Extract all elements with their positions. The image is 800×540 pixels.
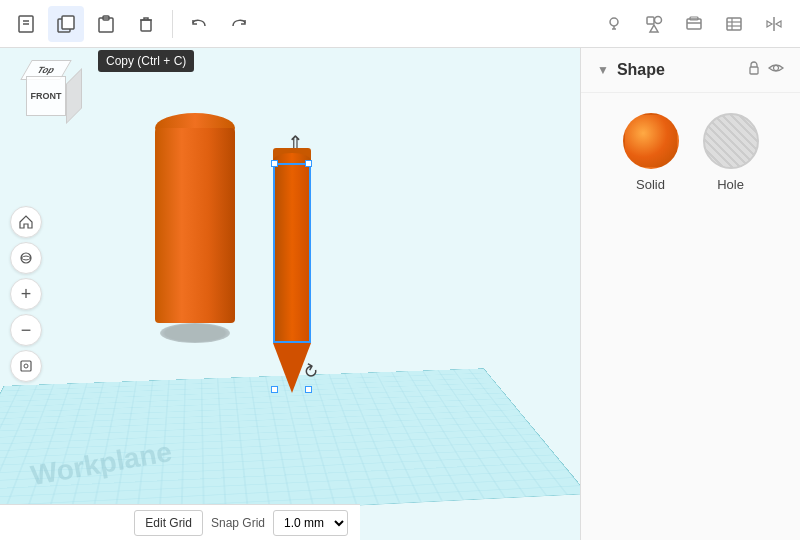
- orbit-button[interactable]: [10, 242, 42, 274]
- separator: [172, 10, 173, 38]
- svg-rect-81: [750, 67, 758, 74]
- redo-button[interactable]: [221, 6, 257, 42]
- viewport[interactable]: ⇑ ↻ Top FRONT: [0, 48, 580, 540]
- right-panel: ▼ Shape Solid Hole: [580, 48, 800, 540]
- top-right-icons: [596, 6, 792, 42]
- svg-point-80: [24, 364, 28, 368]
- svg-rect-7: [141, 20, 151, 31]
- svg-marker-23: [776, 21, 781, 27]
- 3d-objects-layer: ⇑ ↻: [0, 48, 580, 540]
- edit-grid-button[interactable]: Edit Grid: [134, 510, 203, 536]
- delete-button[interactable]: [128, 6, 164, 42]
- list-icon-btn[interactable]: [716, 6, 752, 42]
- selection-handle-tr[interactable]: [305, 160, 312, 167]
- svg-rect-79: [21, 361, 31, 371]
- cylinder-shadow: [160, 323, 230, 343]
- svg-point-12: [655, 16, 662, 23]
- symmetry-icon-btn[interactable]: [756, 6, 792, 42]
- selection-handle-tl[interactable]: [271, 160, 278, 167]
- copy-button[interactable]: [48, 6, 84, 42]
- view-cube-front[interactable]: FRONT: [26, 76, 66, 116]
- main-area: ⇑ ↻ Top FRONT: [0, 48, 800, 540]
- hole-label: Hole: [717, 177, 744, 192]
- svg-point-8: [610, 18, 618, 26]
- shape-header: ▼ Shape: [581, 48, 800, 93]
- collapse-arrow-icon[interactable]: ▼: [597, 63, 609, 77]
- paste-button[interactable]: [88, 6, 124, 42]
- svg-marker-22: [767, 21, 772, 27]
- visibility-button[interactable]: [768, 60, 784, 80]
- selection-handle-br[interactable]: [305, 386, 312, 393]
- svg-rect-17: [727, 18, 741, 30]
- undo-button[interactable]: [181, 6, 217, 42]
- view-cube[interactable]: Top FRONT: [16, 60, 76, 120]
- new-button[interactable]: [8, 6, 44, 42]
- zoom-in-button[interactable]: +: [10, 278, 42, 310]
- toolbar: Copy (Ctrl + C): [0, 0, 800, 48]
- shape-panel-title: Shape: [617, 61, 738, 79]
- minus-icon: −: [21, 321, 32, 339]
- pencil-body: [273, 163, 311, 343]
- fit-button[interactable]: [10, 350, 42, 382]
- stack-icon-btn[interactable]: [676, 6, 712, 42]
- cylinder-body: [155, 128, 235, 323]
- snap-grid-select[interactable]: 1.0 mm 0.5 mm 2.0 mm: [273, 510, 348, 536]
- svg-rect-4: [62, 16, 74, 29]
- snap-grid-label: Snap Grid: [211, 516, 265, 530]
- cylinder-object[interactable]: [155, 113, 235, 323]
- solid-label: Solid: [636, 177, 665, 192]
- shapes-icon-btn[interactable]: [636, 6, 672, 42]
- svg-marker-13: [650, 25, 658, 32]
- home-button[interactable]: [10, 206, 42, 238]
- plus-icon: +: [21, 285, 32, 303]
- lamp-icon-btn[interactable]: [596, 6, 632, 42]
- svg-point-78: [21, 253, 31, 263]
- left-toolbar: + −: [10, 206, 42, 382]
- solid-circle: [623, 113, 679, 169]
- svg-rect-11: [647, 17, 654, 24]
- svg-point-82: [774, 66, 779, 71]
- selection-handle-bl[interactable]: [271, 386, 278, 393]
- lock-button[interactable]: [746, 60, 762, 80]
- hole-circle: [703, 113, 759, 169]
- shape-options: Solid Hole: [581, 93, 800, 212]
- shape-header-icons: [746, 60, 784, 80]
- pencil-object[interactable]: ⇑ ↻: [265, 123, 320, 393]
- hole-option[interactable]: Hole: [703, 113, 759, 192]
- bottom-bar: Edit Grid Snap Grid 1.0 mm 0.5 mm 2.0 mm: [0, 504, 360, 540]
- zoom-out-button[interactable]: −: [10, 314, 42, 346]
- solid-option[interactable]: Solid: [623, 113, 679, 192]
